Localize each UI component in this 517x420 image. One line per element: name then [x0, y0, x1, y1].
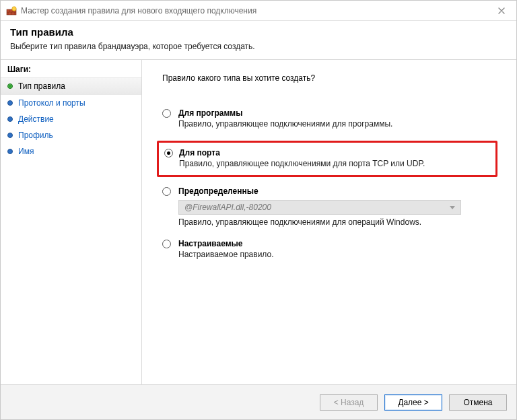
step-label: Протокол и порты [18, 98, 85, 108]
wizard-content: Правило какого типа вы хотите создать? Д… [142, 60, 516, 384]
option-title: Предопределенные [178, 186, 497, 196]
step-bullet-icon [7, 100, 13, 106]
window-title: Мастер создания правила для нового входя… [21, 6, 492, 15]
content-question: Правило какого типа вы хотите создать? [162, 73, 497, 83]
step-name[interactable]: Имя [1, 143, 141, 160]
wizard-window: Мастер создания правила для нового входя… [0, 0, 517, 420]
step-rule-type[interactable]: Тип правила [1, 77, 141, 95]
option-desc: Правило, управляющее подключениями для п… [179, 159, 487, 168]
radio-icon[interactable] [164, 149, 173, 158]
option-title: Настраиваемые [178, 239, 497, 248]
step-action[interactable]: Действие [1, 111, 141, 127]
option-title: Для порта [179, 148, 487, 158]
page-subtitle: Выберите тип правила брандмауэра, которо… [10, 42, 507, 51]
step-bullet-icon [7, 116, 13, 122]
radio-icon[interactable] [162, 109, 171, 118]
close-icon[interactable] [492, 3, 511, 18]
wizard-body: Шаги: Тип правила Протокол и порты Дейст… [1, 60, 516, 384]
radio-icon[interactable] [162, 187, 171, 196]
steps-heading: Шаги: [1, 63, 141, 77]
step-label: Тип правила [18, 81, 65, 91]
cancel-button[interactable]: Отмена [449, 394, 507, 411]
step-label: Имя [18, 147, 34, 156]
option-title: Для программы [178, 108, 497, 118]
option-port[interactable]: Для порта Правило, управляющее подключен… [157, 141, 497, 177]
page-title: Тип правила [10, 26, 507, 38]
option-desc: Правило, управляющее подключениями для п… [178, 119, 497, 129]
titlebar: Мастер создания правила для нового входя… [1, 1, 516, 21]
option-desc: Правило, управляющее подключениями для о… [178, 217, 497, 227]
svg-point-8 [12, 6, 16, 10]
option-desc: Настраиваемое правило. [178, 250, 497, 259]
predefined-select-value: @FirewallAPI.dll,-80200 [184, 203, 271, 212]
radio-icon[interactable] [162, 240, 171, 248]
step-bullet-icon [7, 133, 13, 138]
wizard-header: Тип правила Выберите тип правила брандма… [1, 21, 516, 60]
predefined-select[interactable]: @FirewallAPI.dll,-80200 [178, 200, 461, 215]
step-label: Действие [18, 114, 54, 124]
steps-sidebar: Шаги: Тип правила Протокол и порты Дейст… [1, 60, 142, 384]
option-program[interactable]: Для программы Правило, управляющее подкл… [162, 108, 497, 129]
wizard-footer: < Назад Далее > Отмена [1, 384, 516, 419]
step-label: Профиль [18, 131, 53, 140]
next-button[interactable]: Далее > [384, 394, 442, 411]
option-predefined[interactable]: Предопределенные @FirewallAPI.dll,-80200… [162, 186, 497, 227]
step-bullet-icon [7, 83, 13, 89]
step-protocol-ports[interactable]: Протокол и порты [1, 95, 141, 111]
step-profile[interactable]: Профиль [1, 127, 141, 143]
option-custom[interactable]: Настраиваемые Настраиваемое правило. [162, 239, 497, 259]
back-button[interactable]: < Назад [320, 394, 378, 411]
step-bullet-icon [7, 149, 13, 154]
firewall-app-icon [6, 5, 17, 16]
